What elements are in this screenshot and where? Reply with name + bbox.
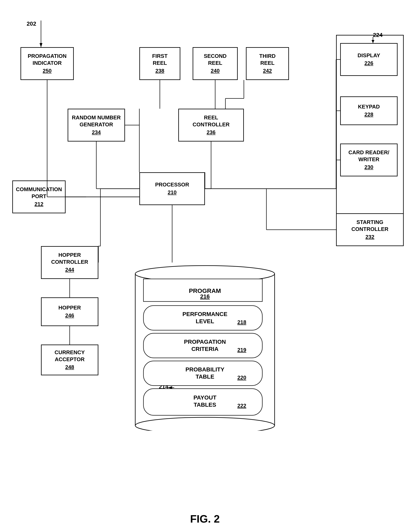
card-reader-box: CARD READER/WRITER 230 (340, 144, 397, 176)
first-reel-label: FIRSTREEL (152, 53, 167, 67)
diagram: 202 224 214 PROPAGATIONINDICATOR 250 FIR… (0, 0, 416, 532)
rng-label: RANDOM NUMBERGENERATOR (72, 114, 121, 128)
hopper-controller-label: HOPPERCONTROLLER (51, 252, 88, 266)
communication-port-box: COMMUNICATIONPORT 212 (12, 181, 66, 213)
svg-text:PERFORMANCE: PERFORMANCE (182, 311, 227, 317)
svg-rect-11 (143, 333, 262, 358)
hopper-label: HOPPER (58, 304, 81, 311)
card-reader-label: CARD READER/WRITER (348, 149, 389, 163)
svg-text:216: 216 (200, 293, 210, 300)
keypad-label: KEYPAD (358, 103, 380, 110)
reel-controller-label: REELCONTROLLER (193, 114, 230, 128)
svg-text:222: 222 (237, 403, 246, 409)
processor-label: PROCESSOR (155, 181, 189, 188)
keypad-ref: 228 (364, 111, 373, 118)
reel-controller-ref: 236 (207, 129, 215, 136)
propagation-indicator-label: PROPAGATIONINDICATOR (28, 53, 66, 67)
svg-text:CRITERIA: CRITERIA (191, 346, 218, 352)
ref-202-label: 202 (27, 20, 36, 27)
svg-point-0 (135, 417, 274, 431)
processor-ref: 210 (168, 189, 176, 196)
rng-ref: 234 (92, 129, 101, 136)
starting-controller-label: STARTINGCONTROLLER (351, 219, 388, 233)
svg-text:219: 219 (237, 347, 246, 353)
propagation-indicator-ref: 250 (43, 68, 51, 74)
display-label: DISPLAY (358, 52, 380, 59)
svg-text:PROPAGATION: PROPAGATION (184, 339, 226, 345)
svg-text:TABLES: TABLES (194, 402, 216, 408)
propagation-indicator-box: PROPAGATIONINDICATOR 250 (20, 47, 74, 80)
second-reel-label: SECONDREEL (204, 53, 227, 67)
communication-port-ref: 212 (34, 201, 43, 208)
currency-acceptor-ref: 248 (65, 364, 74, 371)
svg-marker-24 (39, 43, 42, 47)
communication-port-label: COMMUNICATIONPORT (16, 186, 62, 200)
hopper-controller-ref: 244 (65, 266, 74, 273)
display-ref: 226 (364, 60, 373, 67)
starting-controller-ref: 232 (365, 234, 374, 241)
svg-text:LEVEL: LEVEL (196, 318, 214, 324)
processor-box: PROCESSOR 210 (139, 172, 205, 205)
svg-text:TABLE: TABLE (196, 373, 214, 380)
second-reel-box: SECONDREEL 240 (193, 47, 238, 80)
starting-controller-box: STARTINGCONTROLLER 232 (336, 213, 404, 246)
card-reader-ref: 230 (364, 164, 373, 171)
rng-box: RANDOM NUMBERGENERATOR 234 (68, 109, 125, 142)
first-reel-ref: 238 (155, 68, 164, 74)
svg-text:220: 220 (237, 375, 246, 381)
currency-acceptor-label: CURRENCYACCEPTOR (55, 349, 85, 363)
svg-text:PAYOUT: PAYOUT (193, 394, 216, 401)
hopper-box: HOPPER 246 (41, 297, 98, 326)
svg-rect-15 (143, 361, 262, 386)
third-reel-label: THIRDREEL (259, 53, 275, 67)
hopper-controller-box: HOPPERCONTROLLER 244 (41, 246, 98, 279)
third-reel-ref: 242 (263, 68, 272, 74)
hopper-ref: 246 (65, 312, 74, 319)
second-reel-ref: 240 (211, 68, 219, 74)
keypad-box: KEYPAD 228 (340, 97, 397, 125)
currency-acceptor-box: CURRENCYACCEPTOR 248 (41, 345, 98, 375)
third-reel-box: THIRDREEL 242 (246, 47, 289, 80)
database-cylinder: PROGRAM 216 PERFORMANCE LEVEL 218 PROPAG… (131, 262, 279, 431)
display-box: DISPLAY 226 (340, 43, 397, 76)
svg-rect-7 (143, 306, 262, 330)
first-reel-box: FIRSTREEL 238 (139, 47, 180, 80)
reel-controller-box: REELCONTROLLER 236 (178, 109, 244, 142)
svg-text:218: 218 (237, 319, 246, 325)
svg-text:PROBABILITY: PROBABILITY (185, 366, 224, 373)
fig-label: FIG. 2 (174, 513, 236, 525)
